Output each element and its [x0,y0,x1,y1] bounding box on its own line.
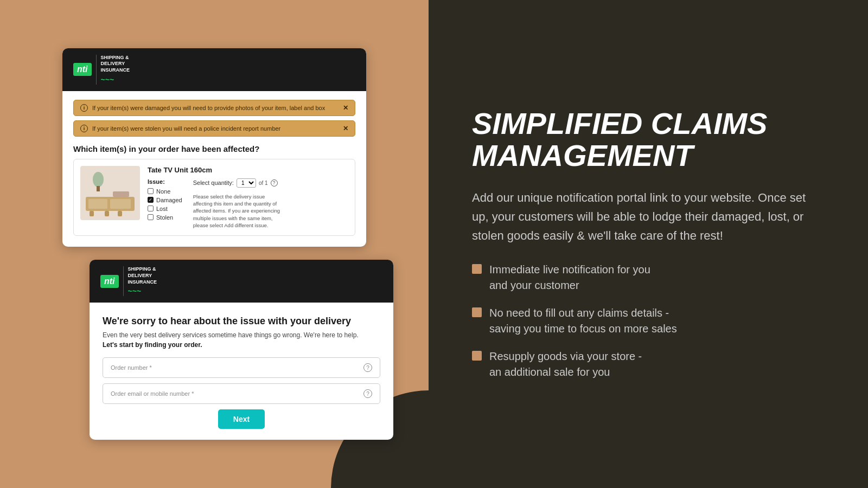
svg-rect-5 [90,211,94,216]
description-text: Add our unique notification portal link … [472,188,825,246]
close-alert-1[interactable]: ✕ [343,104,348,112]
bullet-item-1: Immediate live notification for you and … [472,262,825,293]
checkbox-damaged-box[interactable] [148,197,154,203]
svg-rect-7 [118,211,122,216]
checkbox-lost-box[interactable] [148,206,154,211]
checkbox-damaged-label: Damaged [156,197,182,203]
next-button[interactable]: Next [218,409,265,429]
svg-rect-3 [88,199,107,209]
close-alert-2[interactable]: ✕ [343,125,348,132]
alert-damaged-text: If your item(s) were damaged you will ne… [92,105,325,111]
qty-col: Select quantity: 1 of 1 ? Please select … [193,178,285,229]
checkbox-damaged[interactable]: Damaged [148,197,182,203]
order-email-placeholder: Order email or mobile number * [111,390,194,397]
card1-header: nti SHIPPING & DELIVERY INSURANCE ~~~ [62,48,366,91]
card-items-affected: nti SHIPPING & DELIVERY INSURANCE ~~~ i … [62,48,366,247]
checkbox-none[interactable]: None [148,188,182,195]
sorry-subtitle: Even the very best delivery services som… [103,331,380,339]
order-number-placeholder: Order number * [111,364,152,371]
item-name: Tate TV Unit 160cm [148,166,348,174]
card2-body: We're sorry to hear about the issue with… [90,303,393,440]
svg-rect-1 [97,186,100,191]
bullet-text-3: Resupply goods via your store - an addit… [489,349,642,380]
item-image [80,166,140,220]
order-number-help-icon[interactable]: ? [363,363,372,372]
svg-point-0 [93,172,104,187]
order-email-help-icon[interactable]: ? [363,389,372,398]
item-desc-text: Please select the delivery issue affecti… [193,193,285,229]
nti-tagline: SHIPPING & DELIVERY INSURANCE ~~~ [96,55,130,85]
main-title: SIMPLIFIED CLAIMS MANAGEMENT [472,108,825,172]
order-email-field[interactable]: Order email or mobile number * ? [103,383,380,404]
bullet-square-1 [472,264,482,274]
select-qty-label: Select quantity: [193,179,234,186]
qty-of: of 1 [259,180,268,186]
left-panel: nti SHIPPING & DELIVERY INSURANCE ~~~ i … [0,0,429,488]
bullet-text-2: No need to fill out any claims details -… [489,305,677,337]
bullet-square-2 [472,307,482,317]
issue-label: Issue: [148,178,182,185]
checkbox-stolen[interactable]: Stolen [148,214,182,221]
checkbox-lost[interactable]: Lost [148,206,182,212]
bullet-list: Immediate live notification for you and … [472,262,825,380]
alert-stolen-text: If your item(s) were stolen you will nee… [92,125,280,132]
item-card: Tate TV Unit 160cm Issue: None Damaged [73,159,355,236]
alert-damaged: i If your item(s) were damaged you will … [73,100,355,116]
item-info: Tate TV Unit 160cm Issue: None Damaged [148,166,348,229]
nti-brand-2: nti [100,275,119,288]
svg-rect-6 [105,211,109,216]
card1-body: i If your item(s) were damaged you will … [62,91,366,247]
issue-checkboxes: Issue: None Damaged Lost [148,178,182,229]
lets-start: Let's start by finding your order. [103,341,380,349]
sorry-title: We're sorry to hear about the issue with… [103,316,380,327]
bullet-item-2: No need to fill out any claims details -… [472,305,825,337]
card2-header: nti SHIPPING & DELIVERY INSURANCE ~~~ [90,260,393,303]
right-panel: SIMPLIFIED CLAIMS MANAGEMENT Add our uni… [429,0,868,488]
nti-logo-2: nti SHIPPING & DELIVERY INSURANCE ~~~ [100,266,157,296]
checkbox-none-box[interactable] [148,188,154,194]
nti-logo-1: nti SHIPPING & DELIVERY INSURANCE ~~~ [73,55,130,85]
card-find-order: nti SHIPPING & DELIVERY INSURANCE ~~~ We… [90,260,393,440]
info-icon-2: i [80,125,88,132]
which-items-title: Which item(s) in your order have been af… [73,144,355,153]
bullet-square-3 [472,351,482,361]
nti-brand: nti [73,63,92,76]
checkbox-none-label: None [156,188,170,195]
bullet-text-1: Immediate live notification for you and … [489,262,650,293]
qty-help-icon[interactable]: ? [271,179,278,187]
nti-tagline-2: SHIPPING & DELIVERY INSURANCE ~~~ [123,266,157,296]
checkbox-lost-label: Lost [156,206,168,212]
order-number-field[interactable]: Order number * ? [103,357,380,378]
alert-stolen: i If your item(s) were stolen you will n… [73,120,355,137]
info-icon-1: i [80,104,88,112]
checkbox-stolen-box[interactable] [148,214,154,220]
checkbox-stolen-label: Stolen [156,214,173,221]
qty-select[interactable]: 1 [237,178,256,188]
select-qty-row: Select quantity: 1 of 1 ? [193,178,285,188]
bullet-item-3: Resupply goods via your store - an addit… [472,349,825,380]
svg-rect-8 [113,191,129,197]
svg-rect-4 [110,199,131,209]
issue-row: Issue: None Damaged Lost [148,178,348,229]
